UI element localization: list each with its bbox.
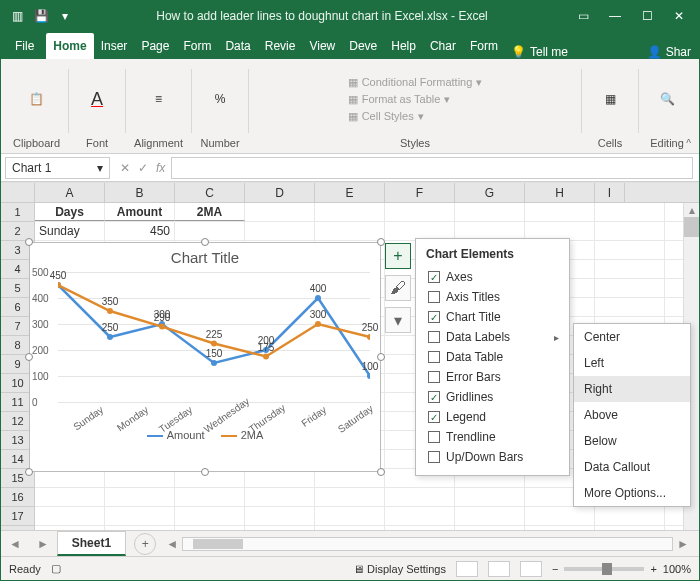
chart-element-trendline[interactable]: Trendline (426, 427, 563, 447)
submenu-left[interactable]: Left (574, 350, 690, 376)
submenu-center[interactable]: Center (574, 324, 690, 350)
qat-dropdown-icon[interactable]: ▾ (55, 6, 75, 26)
cell-A2[interactable]: Sunday (35, 222, 105, 240)
view-page-break-button[interactable] (520, 561, 542, 577)
data-labels-submenu: CenterLeftRightAboveBelowData CalloutMor… (573, 323, 691, 507)
row-16[interactable]: 16 (1, 488, 34, 507)
chart-element-legend[interactable]: ✓Legend (426, 407, 563, 427)
chart-title[interactable]: Chart Title (30, 243, 380, 268)
sheet-tab-sheet1[interactable]: Sheet1 (57, 531, 126, 556)
zoom-control[interactable]: − + 100% (552, 563, 691, 575)
tab-file[interactable]: File (3, 33, 46, 59)
chart-element-axis-titles[interactable]: Axis Titles (426, 287, 563, 307)
submenu-above[interactable]: Above (574, 402, 690, 428)
row-1[interactable]: 1 (1, 203, 34, 222)
row-18[interactable]: 18 (1, 526, 34, 530)
col-B[interactable]: B (105, 183, 175, 202)
paste-button[interactable]: 📋 (17, 79, 57, 119)
tell-me[interactable]: 💡Tell me (511, 45, 568, 59)
chart-element-error-bars[interactable]: Error Bars (426, 367, 563, 387)
name-box[interactable]: Chart 1▾ (5, 157, 110, 179)
number-button[interactable]: % (200, 79, 240, 119)
chart-plot-area[interactable]: 0100200300400500450350250290300225150200… (58, 272, 370, 402)
tab-page-layout[interactable]: Page (134, 33, 176, 59)
tab-data[interactable]: Data (218, 33, 257, 59)
checkbox-icon (428, 371, 440, 383)
tab-review[interactable]: Revie (258, 33, 303, 59)
chart-element-gridlines[interactable]: ✓Gridlines (426, 387, 563, 407)
cell-styles-button[interactable]: ▦Cell Styles ▾ (348, 110, 424, 123)
chart-element-data-table[interactable]: Data Table (426, 347, 563, 367)
cell-C1[interactable]: 2MA (175, 203, 245, 221)
formula-input[interactable] (171, 157, 693, 179)
chart-element-axes[interactable]: ✓Axes (426, 267, 563, 287)
submenu-right[interactable]: Right (574, 376, 690, 402)
save-icon[interactable]: 💾 (31, 6, 51, 26)
cell-B1[interactable]: Amount (105, 203, 175, 221)
zoom-in-icon[interactable]: + (650, 563, 656, 575)
chart-object[interactable]: Chart Title 0100200300400500450350250290… (29, 242, 381, 472)
tab-format[interactable]: Form (463, 33, 505, 59)
font-button[interactable]: A (77, 79, 117, 119)
col-H[interactable]: H (525, 183, 595, 202)
col-E[interactable]: E (315, 183, 385, 202)
tab-insert[interactable]: Inser (94, 33, 135, 59)
cells-button[interactable]: ▦ (590, 79, 630, 119)
view-page-layout-button[interactable] (488, 561, 510, 577)
col-C[interactable]: C (175, 183, 245, 202)
new-sheet-button[interactable]: + (134, 533, 156, 555)
col-D[interactable]: D (245, 183, 315, 202)
view-normal-button[interactable] (456, 561, 478, 577)
zoom-value: 100% (663, 563, 691, 575)
data-label: 300 (310, 309, 327, 320)
row-17[interactable]: 17 (1, 507, 34, 526)
autosave-icon[interactable]: ▥ (7, 6, 27, 26)
chart-styles-button[interactable]: 🖌 (385, 275, 411, 301)
chart-element-up-down-bars[interactable]: Up/Down Bars (426, 447, 563, 467)
col-F[interactable]: F (385, 183, 455, 202)
col-G[interactable]: G (455, 183, 525, 202)
share-label: Shar (666, 45, 691, 59)
submenu-more-options-[interactable]: More Options... (574, 480, 690, 506)
collapse-ribbon-icon[interactable]: ^ (686, 138, 691, 149)
minimize-icon[interactable]: — (601, 6, 629, 26)
tab-chart-design[interactable]: Char (423, 33, 463, 59)
cancel-icon[interactable]: ✕ (120, 161, 130, 175)
format-as-table-button[interactable]: ▦Format as Table ▾ (348, 93, 451, 106)
sheet-prev-icon[interactable]: ◄ (1, 537, 29, 551)
tab-view[interactable]: View (302, 33, 342, 59)
ribbon-options-icon[interactable]: ▭ (569, 6, 597, 26)
share-button[interactable]: 👤Shar (647, 45, 697, 59)
data-label: 400 (310, 283, 327, 294)
tab-developer[interactable]: Deve (342, 33, 384, 59)
tab-home[interactable]: Home (46, 33, 93, 59)
col-I[interactable]: I (595, 183, 625, 202)
tab-formulas[interactable]: Form (176, 33, 218, 59)
tab-help[interactable]: Help (384, 33, 423, 59)
sheet-next-icon[interactable]: ► (29, 537, 57, 551)
col-A[interactable]: A (35, 183, 105, 202)
enter-icon[interactable]: ✓ (138, 161, 148, 175)
zoom-slider[interactable] (564, 567, 644, 571)
fx-icon[interactable]: fx (156, 161, 165, 175)
select-all-corner[interactable] (1, 183, 35, 202)
conditional-formatting-button[interactable]: ▦Conditional Formatting ▾ (348, 76, 483, 89)
worksheet-grid[interactable]: A B C D E F G H I 1234567891011121314151… (1, 182, 699, 530)
chart-element-chart-title[interactable]: ✓Chart Title (426, 307, 563, 327)
macro-record-icon[interactable]: ▢ (51, 562, 61, 575)
editing-button[interactable]: 🔍 (647, 79, 687, 119)
chart-filters-button[interactable]: ▾ (385, 307, 411, 333)
submenu-below[interactable]: Below (574, 428, 690, 454)
chart-elements-button[interactable]: + (385, 243, 411, 269)
cell-A1[interactable]: Days (35, 203, 105, 221)
display-settings-button[interactable]: 🖥 Display Settings (353, 563, 446, 575)
chart-element-data-labels[interactable]: Data Labels (426, 327, 563, 347)
maximize-icon[interactable]: ☐ (633, 6, 661, 26)
submenu-data-callout[interactable]: Data Callout (574, 454, 690, 480)
horizontal-scrollbar[interactable]: ◄ ► (162, 537, 693, 551)
zoom-out-icon[interactable]: − (552, 563, 558, 575)
cell-B2[interactable]: 450 (105, 222, 175, 240)
close-icon[interactable]: ✕ (665, 6, 693, 26)
data-label: 225 (206, 328, 223, 339)
alignment-button[interactable]: ≡ (139, 79, 179, 119)
